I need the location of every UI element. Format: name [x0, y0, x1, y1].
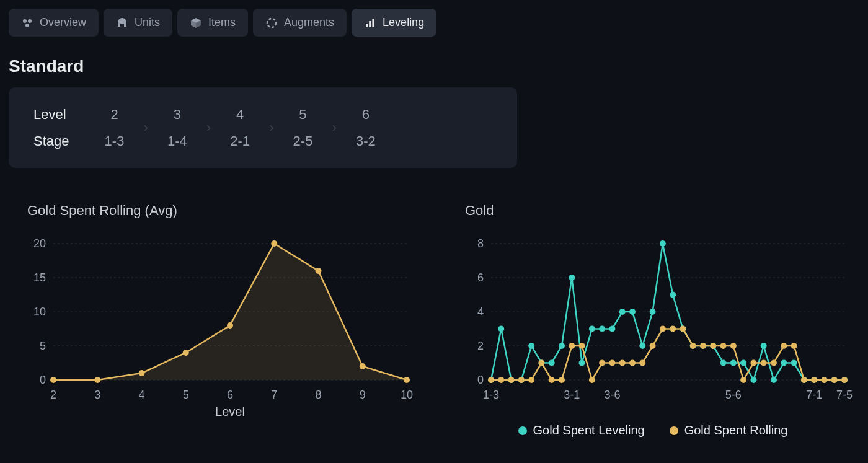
chart-point — [740, 377, 746, 383]
chart-rolling-avg: Gold Spent Rolling (Avg) 051015202345678… — [9, 203, 422, 438]
chart-point — [508, 377, 515, 383]
chart-point — [538, 360, 544, 366]
view-tabs: OverviewUnitsItemsAugmentsLeveling — [9, 9, 859, 37]
svg-point-1 — [28, 19, 32, 23]
tab-items[interactable]: Items — [177, 9, 248, 37]
chart-point — [660, 240, 666, 247]
tab-overview[interactable]: Overview — [9, 9, 99, 37]
leveling-step-level: 6 — [350, 104, 381, 125]
tab-units[interactable]: Units — [104, 9, 172, 37]
svg-point-3 — [267, 19, 276, 27]
chart-point — [720, 360, 727, 366]
chart-point — [791, 343, 797, 349]
chart-point — [559, 343, 565, 349]
x-tick-label: 7-5 — [836, 389, 852, 401]
legend-swatch — [518, 426, 527, 435]
x-tick-label: 6 — [227, 389, 233, 401]
chart-point — [518, 377, 525, 383]
chart-point — [831, 377, 838, 383]
y-tick-label: 5 — [40, 340, 46, 352]
chevron-right-icon: › — [204, 120, 213, 136]
chevron-right-icon: › — [329, 120, 339, 136]
y-tick-label: 10 — [33, 306, 46, 318]
tab-augments[interactable]: Augments — [253, 9, 347, 37]
leveling-step-stage: 1-3 — [99, 130, 130, 152]
chart-point — [488, 377, 494, 383]
chevron-right-icon: › — [267, 120, 276, 136]
chart-point — [579, 343, 585, 349]
chart-point — [750, 377, 756, 383]
section-title: Standard — [9, 56, 859, 76]
chart-point — [589, 326, 595, 332]
chart-point — [404, 377, 410, 383]
chart-point — [50, 377, 56, 383]
tab-label: Units — [135, 16, 160, 29]
leveling-step-stage: 1-4 — [162, 130, 193, 152]
legend-swatch — [670, 426, 678, 435]
chart-point — [360, 363, 366, 369]
chart-point — [821, 377, 827, 383]
chart-point — [559, 377, 565, 383]
chart-point — [599, 360, 605, 366]
chart-point — [791, 360, 797, 366]
chart-point — [609, 326, 615, 332]
leveling-step: 21-3 — [88, 104, 141, 152]
chart-point — [549, 360, 555, 366]
leveling-step-level: 5 — [287, 104, 318, 125]
leveling-path-panel: LevelStage21-3›31-4›42-1›52-5›63-2 — [9, 87, 517, 168]
x-tick-label: 3-1 — [564, 389, 580, 401]
chart-point — [700, 343, 706, 349]
chart-point — [579, 360, 585, 366]
tab-label: Overview — [40, 16, 86, 29]
chart-point — [801, 377, 807, 383]
x-tick-label: 8 — [315, 389, 321, 401]
chart-point — [498, 377, 504, 383]
leveling-step: 42-1 — [213, 104, 267, 152]
chart-point — [271, 240, 277, 247]
chevron-right-icon: › — [141, 120, 151, 136]
chart-line — [491, 329, 844, 381]
chart-point — [650, 309, 656, 315]
x-tick-label: 10 — [401, 389, 413, 401]
chart-title: Gold Spent Rolling (Avg) — [27, 203, 422, 219]
chart-gold-by-stage-svg: 024681-33-13-65-67-17-5 — [458, 237, 854, 423]
helmet-icon — [116, 17, 128, 29]
chart-point — [599, 326, 605, 332]
svg-point-0 — [23, 19, 27, 23]
x-tick-label: 7-1 — [806, 389, 822, 401]
leveling-step-level: 3 — [162, 104, 193, 125]
chart-title: Gold — [465, 203, 859, 219]
chart-point — [660, 326, 666, 332]
chart-legend: Gold Spent LevelingGold Spent Rolling — [446, 423, 859, 438]
svg-rect-5 — [369, 21, 371, 27]
chart-point — [771, 377, 777, 383]
chart-point — [609, 360, 615, 366]
svg-rect-6 — [372, 19, 374, 27]
x-tick-label: 7 — [271, 389, 277, 401]
y-tick-label: 4 — [477, 306, 484, 318]
chart-point — [690, 343, 696, 349]
legend-label: Gold Spent Leveling — [533, 423, 645, 438]
chart-point — [710, 343, 716, 349]
chart-point — [781, 360, 787, 366]
cube-icon — [190, 17, 202, 29]
bar-chart-icon — [364, 17, 376, 29]
leveling-step: 31-4 — [151, 104, 204, 152]
leveling-step-level: 4 — [224, 104, 255, 125]
chart-point — [639, 343, 645, 349]
chart-point — [639, 360, 645, 366]
chart-point — [670, 292, 676, 298]
chart-point — [498, 326, 504, 332]
tab-label: Augments — [284, 16, 334, 29]
chart-point — [528, 343, 534, 349]
legend-label: Gold Spent Rolling — [684, 423, 788, 438]
legend-item: Gold Spent Rolling — [670, 423, 788, 438]
x-tick-label: 3-6 — [604, 389, 620, 401]
chart-point — [761, 343, 767, 349]
tab-leveling[interactable]: Leveling — [352, 9, 436, 37]
tab-label: Items — [208, 16, 236, 29]
chart-point — [841, 377, 848, 383]
chart-point — [629, 309, 636, 315]
leveling-step-stage: 2-1 — [224, 130, 255, 152]
chart-rolling-avg-svg: 051015202345678910Level — [20, 237, 417, 423]
